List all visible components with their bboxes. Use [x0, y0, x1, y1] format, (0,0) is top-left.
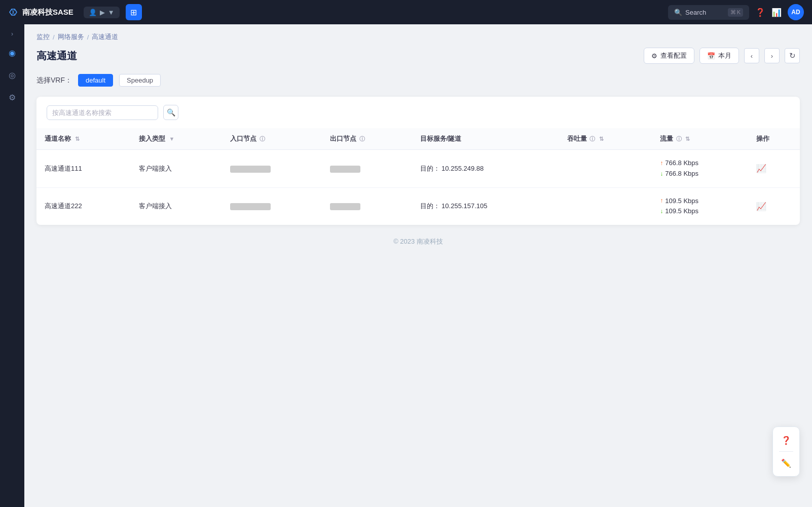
float-edit-icon: ✏️ [781, 458, 791, 468]
cell-type-1: 客户端接入 [131, 187, 222, 225]
vrf-selector: 选择VRF： default Speedup [36, 74, 800, 87]
cell-target-1: 目的： 10.255.157.105 [412, 187, 559, 225]
search-input[interactable] [52, 109, 133, 116]
cell-flow-1: ↑ 109.5 Kbps ↓ 109.5 Kbps [652, 187, 748, 225]
flow-down-0: 766.8 Kbps [665, 169, 698, 179]
col-header-exit: 出口节点 ⓘ [322, 128, 412, 150]
sort-icon-name[interactable]: ⇅ [75, 136, 80, 142]
flow-down-icon-0: ↓ [660, 169, 663, 179]
chart-link-0[interactable]: 📈 [756, 164, 766, 173]
table-row: 高速通道111 客户端接入 目的： 10.255.249.88 ↑ 766.8 … [36, 150, 800, 188]
search-box[interactable]: 🔍 Search ⌘ K [668, 5, 749, 20]
breadcrumb-network[interactable]: 网络服务 [58, 32, 84, 42]
floating-help-panel: ❓ ✏️ [772, 426, 800, 477]
col-header-target: 目标服务/隧道 [412, 128, 559, 150]
footer-text: © 2023 南凌科技 [393, 238, 443, 245]
flow-up-icon-0: ↑ [660, 159, 663, 168]
prev-nav-button[interactable]: ‹ [744, 48, 759, 63]
topnav-right: 🔍 Search ⌘ K ❓ 📊 AD [668, 4, 804, 20]
sidebar-item-settings[interactable]: ⚙ [3, 88, 21, 106]
search-button[interactable]: 🔍 [163, 105, 178, 120]
topnav: 南凌科技SASE 👤 ▶ ▼ ⊞ 🔍 Search ⌘ K ❓ 📊 AD [0, 0, 812, 24]
vrf-tab-default[interactable]: default [78, 74, 113, 87]
breadcrumb-monitor[interactable]: 监控 [36, 32, 50, 42]
refresh-button[interactable]: ↻ [785, 48, 800, 63]
info-icon-throughput[interactable]: ⓘ [589, 136, 595, 142]
col-header-entry: 入口节点 ⓘ [222, 128, 322, 150]
nav-action-button[interactable]: ⊞ [126, 4, 142, 20]
search-input-wrap[interactable] [47, 105, 158, 120]
table-header: 通道名称 ⇅ 接入类型 ▼ 入口节点 ⓘ 出口节点 ⓘ [36, 128, 800, 150]
app-name: 南凌科技SASE [22, 8, 73, 17]
vrf-tab-speedup[interactable]: Speedup [119, 74, 161, 87]
next-nav-button[interactable]: › [764, 48, 780, 63]
cell-name-0: 高速通道111 [36, 150, 131, 188]
sort-icon-flow[interactable]: ⇅ [685, 136, 690, 142]
float-divider [779, 451, 793, 452]
header-actions: ⚙ 查看配置 📅 本月 ‹ › ↻ [644, 48, 800, 64]
route-icon: ◎ [9, 70, 16, 80]
cell-flow-0: ↑ 766.8 Kbps ↓ 766.8 Kbps [652, 150, 748, 188]
sidebar: › ◉ ◎ ⚙ [0, 24, 24, 507]
cell-exit-1 [322, 187, 412, 225]
chevron-left-icon: ‹ [751, 52, 753, 60]
cell-entry-0 [222, 150, 322, 188]
float-help-icon: ❓ [781, 436, 791, 445]
chevron-right-icon: › [771, 52, 773, 60]
col-header-flow: 流量 ⓘ ⇅ [652, 128, 748, 150]
sidebar-item-monitor[interactable]: ◉ [3, 44, 21, 62]
user-avatar[interactable]: AD [788, 4, 804, 20]
vrf-label: 选择VRF： [36, 76, 72, 85]
logo-icon [8, 7, 18, 17]
breadcrumb-current: 高速通道 [92, 32, 118, 42]
flow-down-icon-1: ↓ [660, 207, 663, 216]
sort-icon-throughput[interactable]: ⇅ [599, 136, 604, 142]
table-row: 高速通道222 客户端接入 目的： 10.255.157.105 ↑ 109.5… [36, 187, 800, 225]
cell-exit-0 [322, 150, 412, 188]
table-card: 🔍 通道名称 ⇅ 接入类型 ▼ 入口节点 ⓘ [36, 97, 800, 225]
month-label: 本月 [718, 51, 731, 60]
breadcrumb-sep-2: / [87, 33, 89, 41]
nav-selector[interactable]: 👤 ▶ ▼ [84, 7, 120, 18]
logo: 南凌科技SASE [8, 7, 73, 17]
user-icon: 👤 [89, 9, 97, 16]
float-help-button[interactable]: ❓ [777, 431, 795, 449]
chart-link-1[interactable]: 📈 [756, 202, 766, 211]
col-header-throughput: 吞吐量 ⓘ ⇅ [559, 128, 652, 150]
nav-action-icon: ⊞ [130, 8, 137, 17]
info-icon-entry[interactable]: ⓘ [260, 136, 265, 142]
flow-up-0: 766.8 Kbps [665, 158, 698, 169]
view-config-label: 查看配置 [660, 51, 687, 60]
sidebar-item-route[interactable]: ◎ [3, 66, 21, 84]
cell-throughput-1 [559, 187, 652, 225]
month-filter-button[interactable]: 📅 本月 [699, 48, 739, 64]
flow-down-1: 109.5 Kbps [665, 206, 698, 217]
page-title: 高速通道 [36, 49, 77, 63]
cell-action-0: 📈 [748, 150, 800, 188]
calendar-icon: 📅 [707, 52, 715, 60]
filter-icon-type[interactable]: ▼ [169, 136, 175, 142]
search-icon: 🔍 [674, 9, 682, 16]
view-config-button[interactable]: ⚙ 查看配置 [644, 48, 694, 64]
col-header-type: 接入类型 ▼ [131, 128, 222, 150]
cell-action-1: 📈 [748, 187, 800, 225]
chevron-down-icon: ▼ [108, 9, 115, 16]
info-icon-exit[interactable]: ⓘ [359, 136, 365, 142]
help-icon[interactable]: ❓ [755, 8, 765, 17]
sidebar-collapse-button[interactable]: › [9, 28, 15, 40]
cell-entry-1 [222, 187, 322, 225]
stats-icon[interactable]: 📊 [771, 8, 782, 17]
page-header: 高速通道 ⚙ 查看配置 📅 本月 ‹ › ↻ [36, 48, 800, 64]
refresh-icon: ↻ [789, 51, 796, 60]
footer: © 2023 南凌科技 [36, 225, 800, 258]
float-edit-button[interactable]: ✏️ [777, 454, 795, 472]
cell-target-0: 目的： 10.255.249.88 [412, 150, 559, 188]
main-content: 监控 / 网络服务 / 高速通道 高速通道 ⚙ 查看配置 📅 本月 ‹ › ↻ [24, 24, 812, 507]
search-shortcut: ⌘ K [728, 8, 743, 17]
flow-up-1: 109.5 Kbps [665, 196, 698, 207]
info-icon-flow[interactable]: ⓘ [676, 136, 682, 142]
settings-icon: ⚙ [9, 93, 16, 102]
gear-icon: ⚙ [651, 52, 657, 60]
breadcrumb: 监控 / 网络服务 / 高速通道 [36, 32, 800, 42]
breadcrumb-sep-1: / [53, 33, 55, 41]
